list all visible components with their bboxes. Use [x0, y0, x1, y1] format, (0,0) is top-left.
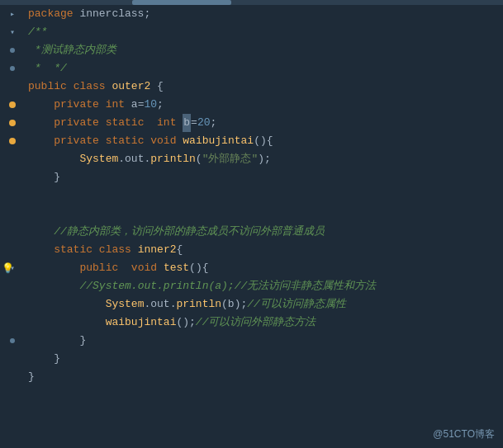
- code-editor: ▸▾▾💡 package innerclass;/** *测试静态内部类 * *…: [0, 0, 503, 448]
- token-plain: }: [79, 332, 86, 350]
- token-plain: ;: [157, 96, 164, 114]
- token-cmt: //静态内部类，访问外部的静态成员不访问外部普通成员: [54, 223, 325, 241]
- gutter: ▸▾▾💡: [0, 5, 25, 448]
- token-fn: test: [164, 259, 189, 277]
- token-plain: ;: [211, 114, 217, 132]
- token-plain: [144, 132, 150, 150]
- code-line: }: [28, 168, 503, 186]
- gutter-line-8: [0, 150, 25, 168]
- token-kw: static: [54, 241, 93, 259]
- token-plain: =: [191, 114, 197, 132]
- token-plain: .out.: [144, 295, 176, 314]
- token-fn: waibujintai: [183, 132, 254, 150]
- token-plain: (){: [189, 259, 208, 277]
- code-line: [28, 186, 503, 205]
- token-type: int: [106, 96, 125, 114]
- gutter-dot: [10, 48, 15, 53]
- fold-icon[interactable]: ▸: [10, 9, 15, 19]
- token-cls: inner2: [138, 241, 177, 259]
- token-cmt: * */: [28, 59, 67, 78]
- token-cmt: //System.out.println(a);//无法访问非静态属性和方法: [79, 277, 376, 295]
- token-plain: [176, 132, 183, 150]
- token-plain: (){: [254, 132, 273, 150]
- gutter-line-13: [0, 241, 25, 259]
- scrollbar-thumb[interactable]: [132, 0, 231, 5]
- gutter-line-18: [0, 332, 25, 350]
- token-plain: );: [258, 150, 271, 168]
- token-cmt: //可以访问外部静态方法: [196, 314, 316, 332]
- gutter-line-20: [0, 368, 25, 386]
- token-plain: .out.: [118, 150, 150, 168]
- token-plain: [176, 114, 183, 132]
- token-plain: [118, 259, 131, 277]
- token-cls: outer2: [112, 78, 150, 96]
- token-type: int: [157, 114, 176, 132]
- token-plain: [99, 96, 106, 114]
- token-kw: public: [79, 259, 118, 277]
- code-line: private static int b=20;: [28, 114, 503, 132]
- code-line: waibujintai();//可以访问外部静态方法: [28, 314, 503, 332]
- gutter-line-9: [0, 168, 25, 186]
- gutter-line-1: ▾: [0, 23, 25, 41]
- token-plain: }: [54, 350, 60, 368]
- breakpoint-dot[interactable]: [9, 138, 16, 144]
- code-line: //静态内部类，访问外部的静态成员不访问外部普通成员: [28, 223, 503, 241]
- gutter-dot: [10, 338, 15, 343]
- token-plain: [106, 78, 112, 96]
- token-plain: (: [196, 150, 202, 168]
- token-cls: System: [106, 295, 145, 314]
- token-plain: [99, 114, 106, 132]
- code-line: private int a=10;: [28, 96, 503, 114]
- token-plain: {: [176, 241, 183, 259]
- token-plain: a=: [125, 96, 144, 114]
- token-cls: System: [79, 150, 118, 168]
- scrollbar[interactable]: [0, 0, 503, 5]
- token-cmt: *测试静态内部类: [28, 41, 116, 59]
- code-line: *测试静态内部类: [28, 41, 503, 59]
- code-line: }: [28, 368, 503, 386]
- token-type: void: [131, 259, 157, 277]
- fold-icon[interactable]: ▾: [10, 27, 15, 37]
- token-kw: class: [99, 241, 131, 259]
- code-line: }: [28, 332, 503, 350]
- code-line: //System.out.println(a);//无法访问非静态属性和方法: [28, 277, 503, 295]
- token-kw: class: [74, 78, 106, 96]
- token-kw: static: [106, 114, 145, 132]
- code-area: ▸▾▾💡 package innerclass;/** *测试静态内部类 * *…: [0, 5, 503, 448]
- token-plain: }: [28, 368, 35, 386]
- token-plain: [93, 241, 99, 259]
- gutter-line-7: [0, 132, 25, 150]
- breakpoint-dot[interactable]: [9, 101, 16, 108]
- code-line: * */: [28, 59, 503, 78]
- code-line: System.out.println(b);//可以访问静态属性: [28, 295, 503, 314]
- token-plain: [67, 78, 74, 96]
- code-line: private static void waibujintai(){: [28, 132, 503, 150]
- gutter-line-5: [0, 96, 25, 114]
- token-plain: [99, 132, 106, 150]
- token-num: 10: [144, 96, 157, 114]
- code-line: [28, 205, 503, 223]
- gutter-line-11: [0, 205, 25, 223]
- bulb-icon[interactable]: 💡: [2, 262, 14, 275]
- gutter-line-3: [0, 59, 25, 78]
- code-line: static class inner2{: [28, 241, 503, 259]
- token-plain: innerclass;: [74, 5, 151, 23]
- token-kw: private: [54, 132, 99, 150]
- gutter-line-17: [0, 314, 25, 332]
- token-kw2: package: [28, 5, 74, 23]
- breakpoint-dot[interactable]: [9, 120, 16, 126]
- gutter-line-16: [0, 295, 25, 314]
- token-fn: println: [176, 295, 221, 314]
- token-plain: (b);: [221, 295, 247, 314]
- token-plain: [157, 259, 164, 277]
- code-line: }: [28, 350, 503, 368]
- token-plain: {: [150, 78, 164, 96]
- token-kw: public: [28, 78, 67, 96]
- gutter-line-10: [0, 186, 25, 205]
- token-kw: private: [54, 96, 99, 114]
- code-line: public void test(){: [28, 259, 503, 277]
- code-line: public class outer2 {: [28, 78, 503, 96]
- code-line: System.out.println("外部静态");: [28, 150, 503, 168]
- token-plain: [131, 241, 138, 259]
- watermark: @51CTO博客: [433, 427, 495, 441]
